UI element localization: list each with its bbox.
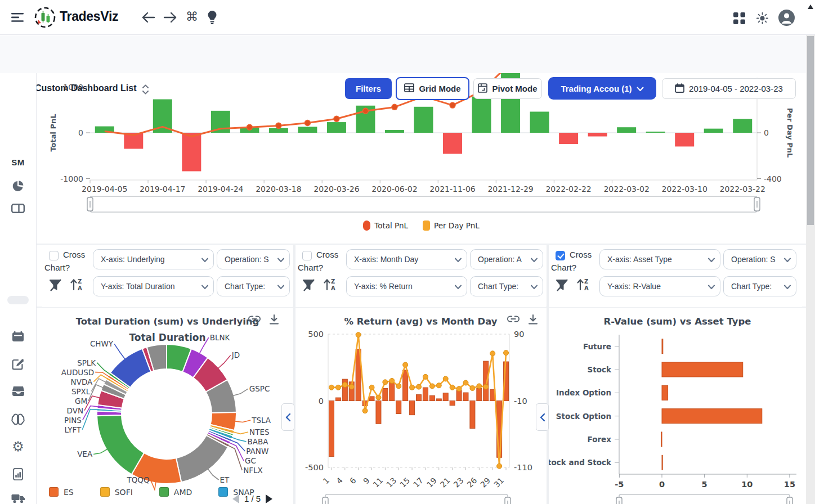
svg-text:2020-06-02: 2020-06-02 (371, 184, 417, 194)
link-icon[interactable] (507, 314, 520, 327)
cross-chart-label2: Chart? (44, 263, 70, 272)
date-range-picker[interactable]: 2019-04-05 - 2022-03-23 (662, 78, 796, 99)
workspace-badge: SM (0, 158, 36, 167)
cross-chart-checkbox[interactable] (556, 251, 565, 260)
svg-text:JD: JD (231, 350, 240, 359)
tradesviz-logo (34, 6, 56, 31)
y-axis-select[interactable]: Y-axis: % Return (346, 276, 467, 296)
svg-text:15: 15 (784, 480, 795, 489)
scrollbar-thumb[interactable] (807, 36, 814, 225)
svg-text:0: 0 (78, 128, 83, 137)
svg-text:Stock: Stock (588, 365, 612, 374)
chart-type-select[interactable]: Chart Type: (217, 276, 290, 296)
sort-za-icon[interactable]: ZA (323, 278, 338, 294)
command-icon[interactable]: ⌘ (186, 10, 198, 24)
svg-text:VEA: VEA (77, 449, 93, 458)
cross-chart-checkbox[interactable] (302, 251, 312, 260)
filter-off-icon[interactable] (302, 279, 316, 294)
filter-off-icon[interactable] (49, 279, 62, 294)
collapse-left-panel-button[interactable] (281, 403, 294, 431)
link-icon[interactable] (248, 314, 261, 327)
operation-select[interactable]: Operation: A (470, 249, 543, 269)
menu-icon[interactable] (11, 12, 25, 25)
donut-card-actions (248, 314, 280, 327)
download-icon[interactable] (527, 314, 539, 327)
svg-text:GSPC: GSPC (249, 384, 270, 393)
chart-type-select[interactable]: Chart Type: (470, 276, 543, 296)
legend-item-sofi[interactable]: SOFI (100, 487, 133, 497)
svg-text:4: 4 (334, 476, 344, 486)
month-day-card-actions (507, 314, 539, 327)
inbox-icon[interactable] (0, 386, 36, 396)
rvalue-chart-card: R-Value (sum) vs Asset Type -5051015Futu… (549, 308, 806, 504)
svg-text:NTES: NTES (249, 428, 269, 436)
gear-icon[interactable]: ⚙ (0, 440, 36, 453)
svg-text:SPLK: SPLK (77, 358, 96, 367)
trading-account-dropdown[interactable]: Trading Accou (1) (548, 77, 656, 100)
x-axis-select[interactable]: X-axis: Underlying (93, 249, 214, 269)
x-axis-select[interactable]: X-axis: Asset Type (599, 249, 720, 269)
page-next-icon[interactable] (266, 494, 272, 503)
svg-text:10: 10 (741, 480, 753, 489)
svg-text:Total PnL: Total PnL (49, 114, 57, 151)
x-axis-select[interactable]: X-axis: Month Day (346, 249, 467, 269)
page-scrollbar[interactable] (806, 35, 815, 504)
apps-grid-icon[interactable] (733, 12, 745, 26)
truck-icon[interactable] (0, 493, 36, 503)
total-duration-donut-chart[interactable]: BLNKJDGSPCTSLANTESBABAPANWGCNFLXETCHWYSP… (42, 308, 293, 504)
collapse-right-panel-button[interactable] (536, 403, 549, 431)
legend-item-total-pnl[interactable]: Total PnL (363, 220, 408, 231)
cross-chart-label: Cross (316, 250, 338, 259)
title-sort-icon[interactable] (142, 84, 149, 97)
svg-text:Stock and Stock: Stock and Stock (549, 458, 612, 467)
y-axis-select[interactable]: Y-axis: R-Value (599, 276, 720, 296)
user-avatar[interactable] (778, 10, 795, 26)
legend-marker-oval (363, 220, 370, 231)
month-day-chart-card: % Return (avg) vs Month Day 5000-50090-1… (295, 308, 546, 504)
app-root: TradesViz ⌘ Custom Dashboard List (0, 0, 815, 504)
sort-za-icon[interactable]: ZA (70, 278, 84, 294)
back-arrow-icon[interactable] (141, 11, 156, 26)
svg-text:Stock Option: Stock Option (556, 412, 611, 421)
scrollbar-up-arrow[interactable] (808, 4, 813, 9)
svg-text:-400: -400 (764, 174, 782, 183)
legend-item-es[interactable]: ES (49, 487, 74, 497)
donut-pagination: 1 / 5 (232, 494, 272, 503)
lightbulb-icon[interactable] (207, 10, 218, 27)
sort-za-icon[interactable]: ZA (576, 278, 591, 294)
grid-mode-button[interactable]: Grid Mode (396, 77, 469, 100)
forward-arrow-icon[interactable] (163, 11, 178, 26)
download-icon[interactable] (268, 314, 280, 327)
page-prev-icon[interactable] (232, 494, 239, 503)
svg-text:2020-03-26: 2020-03-26 (314, 184, 359, 194)
svg-text:DVN: DVN (67, 406, 84, 415)
theme-sun-icon[interactable] (756, 12, 768, 26)
pie-chart-icon[interactable] (0, 180, 36, 192)
legend-item-per-day-pnl[interactable]: Per Day PnL (423, 220, 480, 231)
svg-text:19: 19 (425, 476, 438, 489)
svg-text:-500: -500 (305, 463, 324, 472)
calendar-icon (675, 83, 684, 94)
cross-chart-checkbox[interactable] (49, 251, 59, 260)
journal-edit-icon[interactable] (0, 358, 36, 371)
svg-text:2021-11-06: 2021-11-06 (429, 184, 475, 194)
operation-select[interactable]: Operation: S (723, 249, 796, 269)
columns-card-icon[interactable] (0, 204, 36, 213)
svg-text:2019-04-17: 2019-04-17 (140, 184, 185, 194)
rvalue-asset-type-chart[interactable]: -5051015FutureStockIndex OptionStock Opt… (549, 308, 806, 504)
svg-text:Z: Z (78, 278, 82, 285)
pivot-mode-button[interactable]: Pivot Mode (473, 78, 542, 99)
operation-select[interactable]: Operation: S (217, 249, 290, 269)
icon-sidebar: SM ⚙ (0, 73, 37, 504)
pct-return-month-day-chart[interactable]: 5000-50090-10-11014691113151719212326293… (295, 308, 546, 504)
legend-item-amd[interactable]: AMD (159, 487, 192, 497)
brain-icon[interactable] (0, 413, 36, 426)
donut-chart-card: Total Duration (sum) vs Underlying Total… (42, 308, 293, 504)
mobile-chart-icon[interactable] (0, 468, 36, 480)
filters-button[interactable]: Filters (345, 78, 392, 99)
svg-text:21: 21 (438, 476, 452, 489)
filter-off-icon[interactable] (556, 279, 569, 294)
y-axis-select[interactable]: Y-axis: Total Duration (93, 276, 214, 296)
chart-type-select[interactable]: Chart Type: (723, 276, 796, 296)
calendar-journal-icon[interactable] (0, 331, 36, 342)
